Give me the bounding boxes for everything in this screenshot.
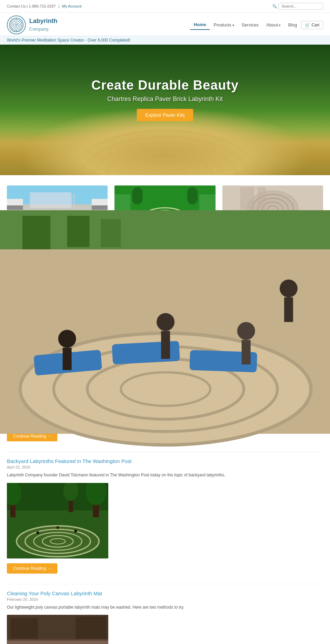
article-3-img-svg [7,615,108,644]
svg-point-100 [36,531,39,534]
hero-text-block: Create Durable Beauty Chartres Replica P… [91,78,239,121]
svg-point-102 [56,526,59,529]
explore-paver-kits-button[interactable]: Explore Paver Kits [137,109,193,121]
svg-rect-112 [76,617,107,639]
article-1-image [7,358,108,426]
article-3-image [7,615,108,644]
svg-point-101 [74,530,77,532]
svg-rect-111 [10,618,38,639]
article-2-image [7,483,108,558]
svg-rect-113 [7,639,108,641]
hero-title: Create Durable Beauty [91,78,239,93]
article-2-img-svg [7,483,108,558]
news-section: News & Notes Labyrinth Hosts President O… [0,307,330,644]
svg-rect-75 [63,358,72,370]
article-1-img-svg [7,358,108,426]
hero-subtitle: Chartres Replica Paver Brick Labyrinth K… [91,95,239,103]
svg-point-99 [16,526,99,557]
news-article-1: Labyrinth Hosts President Obama, Wounded… [7,327,323,448]
